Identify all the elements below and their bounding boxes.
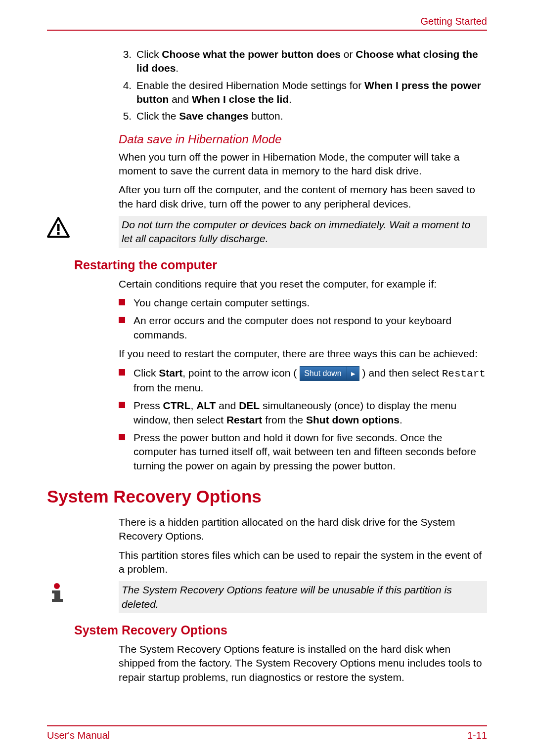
list-item: An error occurs and the computer does no… xyxy=(119,314,487,342)
step-3: Click Choose what the power button does … xyxy=(134,47,487,76)
shutdown-button-graphic: Shut down▶ xyxy=(300,366,359,381)
sro-p1: There is a hidden partition allocated on… xyxy=(119,515,487,544)
warning-text: Do not turn the computer or devices back… xyxy=(119,216,487,248)
svg-rect-1 xyxy=(57,224,60,231)
restart-methods-list: Click Start, point to the arrow icon ( S… xyxy=(119,366,487,473)
document-page: Getting Started Click Choose what the po… xyxy=(0,0,534,756)
info-icon xyxy=(47,581,75,602)
restart-block: Certain conditions require that you rese… xyxy=(119,277,487,473)
chevron-right-icon: ▶ xyxy=(347,367,359,380)
list-item: Press the power button and hold it down … xyxy=(119,431,487,473)
system-recovery-heading: System Recovery Options xyxy=(47,487,487,506)
restarting-heading: Restarting the computer xyxy=(74,258,487,272)
restart-intro: Certain conditions require that you rese… xyxy=(119,277,487,291)
shutdown-label: Shut down xyxy=(300,367,347,380)
footer-manual-label: User's Manual xyxy=(47,730,110,741)
info-text: The System Recovery Options feature will… xyxy=(119,581,487,613)
sro-block: There is a hidden partition allocated on… xyxy=(119,515,487,576)
info-note: The System Recovery Options feature will… xyxy=(47,581,487,613)
footer-page-number: 1-11 xyxy=(467,730,487,741)
restart-reasons-list: You change certain computer settings. An… xyxy=(119,296,487,342)
step-4: Enable the desired Hibernation Mode sett… xyxy=(134,79,487,107)
header-rule xyxy=(47,30,487,31)
page-content: Click Choose what the power button does … xyxy=(47,47,487,689)
header-section-label: Getting Started xyxy=(420,16,487,27)
sro-sub-heading: System Recovery Options xyxy=(74,623,487,637)
step-5: Click the Save changes button. xyxy=(134,109,487,123)
sro-sub-block: The System Recovery Options feature is i… xyxy=(119,642,487,684)
numbered-list: Click Choose what the power button does … xyxy=(119,47,487,124)
list-item: Press CTRL, ALT and DEL simultaneously (… xyxy=(119,399,487,427)
hibernation-p1: When you turn off the power in Hibernati… xyxy=(119,150,487,178)
hibernation-heading: Data save in Hibernation Mode xyxy=(119,132,487,146)
svg-point-3 xyxy=(54,583,60,589)
sro-p3: The System Recovery Options feature is i… xyxy=(119,642,487,684)
footer-rule xyxy=(47,725,487,726)
numbered-steps-block: Click Choose what the power button does … xyxy=(119,47,487,211)
restart-mid: If you need to restart the computer, the… xyxy=(119,347,487,361)
hibernation-p2: After you turn off the computer, and the… xyxy=(119,183,487,211)
sro-p2: This partition stores files which can be… xyxy=(119,548,487,577)
list-item: You change certain computer settings. xyxy=(119,296,487,310)
warning-note: Do not turn the computer or devices back… xyxy=(47,216,487,248)
svg-rect-2 xyxy=(57,232,60,235)
warning-icon xyxy=(47,216,75,238)
list-item: Click Start, point to the arrow icon ( S… xyxy=(119,366,487,395)
svg-rect-6 xyxy=(52,599,63,602)
